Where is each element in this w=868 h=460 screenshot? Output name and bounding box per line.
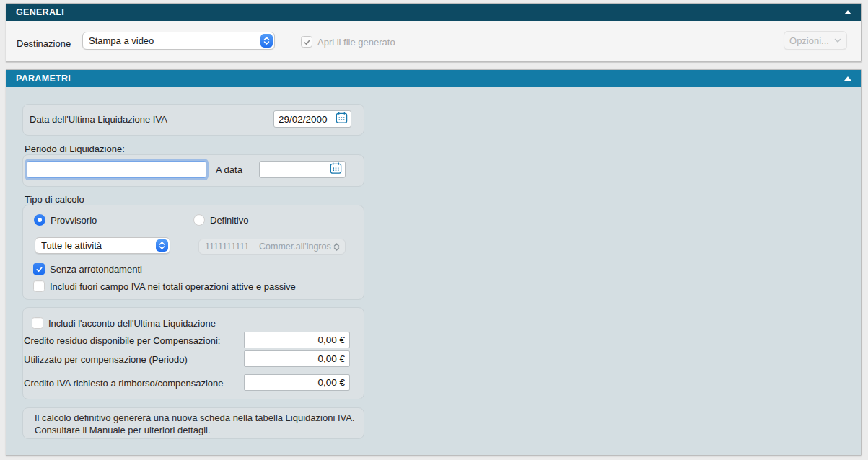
destination-dropdown[interactable]: Stampa a video [82,32,275,50]
dialog: GENERALI Destinazione Stampa a video Apr… [0,0,868,460]
destination-label: Destinazione [17,38,71,49]
panel-generali-title: GENERALI [16,7,64,17]
panel-parametri-title: PARAMETRI [16,74,71,84]
chevron-up-down-icon [156,239,168,252]
activity-dropdown-disabled: 1111111111 – Commer.all'ingros [198,239,346,255]
options-button[interactable]: Opzioni... [784,31,847,50]
collapse-icon[interactable] [844,76,851,81]
acconto-checkbox[interactable]: Includi l'acconto dell'Ultima Liquidazio… [32,317,216,329]
destination-dropdown-value: Stampa a video [89,35,258,46]
period-section-label: Periodo di Liquidazione: [25,143,125,154]
activity-dropdown-value: 1111111111 – Commer.all'ingros [205,242,331,252]
activities-dropdown[interactable]: Tutte le attività [35,237,170,254]
period-input[interactable] [27,161,206,178]
fuori-campo-label: Includi fuori campo IVA nei totali opera… [50,281,296,292]
a-data-date-field[interactable] [259,161,346,178]
open-file-checkbox[interactable]: Apri il file generato [301,36,395,48]
senza-arrotondamenti-label: Senza arrotondamenti [50,264,142,275]
last-liquidation-date-value: 29/02/2000 [279,114,335,125]
chevron-up-down-icon [331,239,341,254]
panel-generali: GENERALI Destinazione Stampa a video Apr… [6,3,862,62]
radio-unselected-icon [193,214,205,226]
credito-residuo-label: Credito residuo disponibile per Compensa… [24,335,220,346]
acconto-label: Includi l'acconto dell'Ultima Liquidazio… [48,318,216,329]
chevron-up-down-icon [260,34,273,48]
panel-generali-body: Destinazione Stampa a video Apri il file… [6,21,861,61]
radio-provvisorio-label: Provvisorio [51,215,97,226]
collapse-icon[interactable] [844,10,851,14]
utilizzato-label: Utilizzato per compensazione (Periodo) [24,354,188,365]
senza-arrotondamenti-checkbox[interactable]: Senza arrotondamenti [33,263,142,275]
calc-type-label: Tipo di calcolo [25,194,84,205]
checkbox-checked-icon [33,263,45,275]
calendar-icon[interactable] [335,111,348,128]
radio-selected-icon [34,214,45,226]
last-liquidation-date-field[interactable]: 29/02/2000 [273,110,351,128]
note-text: Il calcolo definitivo genererà una nuova… [23,408,363,436]
radio-definitivo[interactable]: Definitivo [193,214,248,226]
panel-parametri: PARAMETRI Data dell'Ultima Liquidazione … [6,69,862,456]
activities-dropdown-value: Tutte le attività [41,240,153,251]
fuori-campo-checkbox[interactable]: Includi fuori campo IVA nei totali opera… [33,280,296,292]
checkbox-unchecked-icon [32,317,43,329]
checkbox-checked-disabled-icon [301,36,312,48]
radio-provvisorio[interactable]: Provvisorio [34,214,97,226]
options-button-label: Opzioni... [789,35,829,46]
radio-definitivo-label: Definitivo [210,215,248,226]
panel-parametri-header[interactable]: PARAMETRI [6,70,861,87]
last-liquidation-date-label: Data dell'Ultima Liquidazione IVA [30,114,167,125]
utilizzato-input[interactable] [244,350,350,367]
panel-generali-header[interactable]: GENERALI [6,4,861,21]
credito-iva-input[interactable] [244,374,350,391]
credito-residuo-input[interactable] [244,332,350,348]
calendar-icon[interactable] [329,162,343,178]
checkbox-unchecked-icon [33,280,45,292]
open-file-checkbox-label: Apri il file generato [317,37,395,48]
a-data-label: A data [216,164,242,175]
credito-iva-label: Credito IVA richiesto a rimborso/compens… [24,378,224,389]
group-note: Il calcolo definitivo genererà una nuova… [22,407,364,439]
chevron-down-icon [834,38,841,43]
